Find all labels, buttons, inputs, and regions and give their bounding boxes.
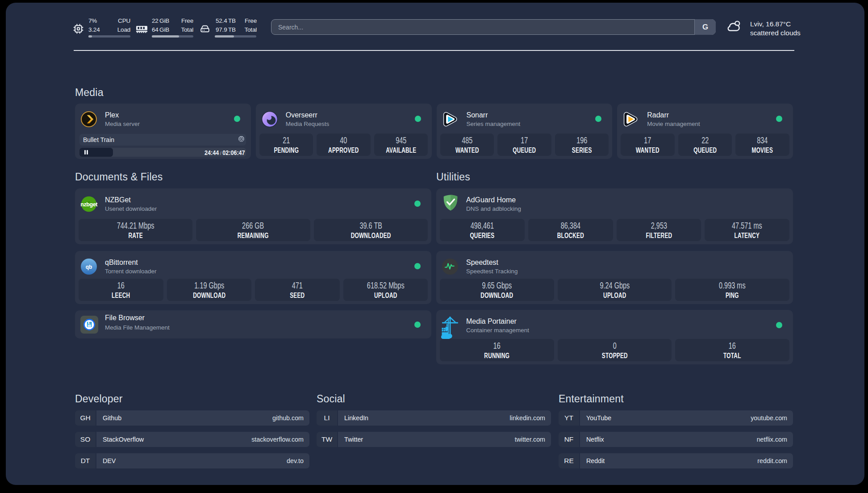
svg-text:qb: qb xyxy=(86,264,92,270)
svg-text:nzbget: nzbget xyxy=(80,201,98,208)
